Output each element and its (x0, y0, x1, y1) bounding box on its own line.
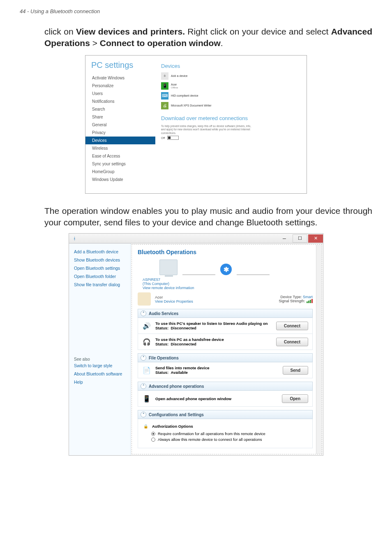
device-type-label: Device Type: (281, 295, 302, 299)
device-type-value: Smart (303, 295, 313, 299)
maximize-button[interactable]: ☐ (293, 234, 307, 243)
status-label: Status: (155, 370, 168, 375)
computer-name: ASPIRE57 (143, 278, 313, 282)
file-send-row: 📄 Send files into remote device Status: … (138, 362, 313, 378)
text: Right click on your device and select (185, 27, 331, 36)
printer-icon: 🖨 (161, 102, 168, 109)
device-name: HID-compliant device (171, 94, 198, 97)
bt-main-panel: Bluetooth Operations ✱ ASPIRE57 (This Co… (131, 244, 322, 454)
section-title: Configurations and Settings (149, 412, 204, 417)
nav-devices[interactable]: Devices (85, 137, 155, 144)
device-status: Offline (171, 86, 178, 89)
nav-share[interactable]: Share (91, 113, 155, 121)
status-value: Disconnected (171, 326, 196, 330)
radio-label: Require confirmation for all operations … (158, 431, 265, 436)
text: > (90, 38, 100, 48)
instruction-paragraph-1: click on View devices and printers. Righ… (0, 26, 392, 49)
connection-diagram: ✱ (138, 259, 313, 275)
file-send-icon: 📄 (142, 366, 151, 375)
plus-icon: + (161, 72, 168, 80)
nav-users[interactable]: Users (91, 90, 155, 97)
side-about[interactable]: About Bluetooth software (74, 370, 125, 378)
side-open-settings[interactable]: Open Bluetooth settings (74, 264, 125, 272)
add-device-row[interactable]: + Add a device (161, 72, 301, 80)
side-add-device[interactable]: Add a Bluetooth device (74, 248, 125, 256)
radio-icon (151, 438, 155, 442)
chevron-up-icon: ˄ (141, 383, 146, 389)
window-titlebar: ᚼ ─ ☐ ✕ (69, 233, 323, 243)
view-properties-link[interactable]: View Device Properties (155, 299, 274, 303)
section-title: Advanced phone operations (149, 384, 204, 389)
remote-device-icon (138, 292, 151, 306)
speaker-icon: 🔊 (142, 321, 151, 330)
nav-general[interactable]: General (91, 121, 155, 129)
minimize-button[interactable]: ─ (277, 234, 292, 243)
device-hid[interactable]: ⌨ HID-compliant device (161, 92, 301, 100)
device-xps[interactable]: 🖨 Microsoft XPS Document Writer (161, 102, 301, 109)
nav-personalize[interactable]: Personalize (91, 82, 155, 90)
status-value: Available (171, 370, 187, 375)
pc-settings-title: PC settings (91, 60, 155, 70)
section-phone-operations[interactable]: ˄ Advanced phone operations (138, 382, 313, 391)
nav-activate-windows[interactable]: Activate Windows (91, 74, 155, 82)
side-help[interactable]: Help (74, 378, 125, 386)
audio-service-handsfree: 🎧 To use this PC as a handsfree device S… (138, 334, 313, 350)
pc-settings-screenshot: PC settings Activate Windows Personalize… (85, 55, 307, 194)
pc-settings-main: Devices + Add a device 📱 Acer Offline ⌨ … (155, 56, 307, 193)
auth-option-require[interactable]: Require confirmation for all operations … (151, 431, 308, 436)
device-acer[interactable]: 📱 Acer Offline (161, 82, 301, 90)
nav-homegroup[interactable]: HomeGroup (91, 168, 155, 176)
side-open-folder[interactable]: Open Bluetooth folder (74, 272, 125, 280)
chevron-up-icon: ˄ (141, 310, 146, 316)
section-config-settings[interactable]: ˄ Configurations and Settings (138, 410, 313, 419)
status-label: Status: (155, 326, 168, 330)
nav-privacy[interactable]: Privacy (91, 129, 155, 137)
bold-view-devices: View devices and printers. (76, 27, 185, 36)
config-body: 🔒 Authorization Options Require confirma… (138, 419, 313, 448)
view-remote-link[interactable]: View remote device information (143, 286, 313, 290)
auth-option-always[interactable]: Always allow this remote device to conne… (151, 437, 308, 442)
side-file-transfer[interactable]: Show file transfer dialog (74, 280, 125, 289)
metered-description: To help prevent extra charges, keep this… (161, 125, 256, 135)
status-label: Status: (155, 342, 168, 346)
bt-sidebar: Add a Bluetooth device Show Bluetooth de… (69, 243, 131, 455)
nav-search[interactable]: Search (91, 105, 155, 113)
send-button[interactable]: Send (283, 366, 308, 375)
audio-service-stereo: 🔊 To use this PC's speaker to listen to … (138, 318, 313, 334)
open-button[interactable]: Open (282, 394, 308, 403)
radio-label: Always allow this remote device to conne… (158, 437, 262, 442)
keyboard-icon: ⌨ (161, 92, 168, 100)
add-device-label: Add a device (171, 74, 187, 78)
metered-toggle[interactable] (167, 136, 179, 140)
section-audio-services[interactable]: ˄ Audio Services (138, 309, 313, 318)
section-file-operations[interactable]: ˄ File Operations (138, 353, 313, 362)
headset-icon: 🎧 (142, 337, 151, 346)
signal-label: Signal Strength: (279, 299, 305, 303)
nav-wireless[interactable]: Wireless (91, 144, 155, 152)
instruction-paragraph-2: The operation window enables you to play… (0, 205, 392, 229)
remote-device-row: Acer View Device Properties Device Type:… (138, 292, 313, 306)
metered-toggle-row: Off (161, 136, 301, 140)
toggle-label: Off (161, 137, 165, 139)
connect-button[interactable]: Connect (276, 322, 308, 330)
service-description: To use this PC as a handsfree device (155, 337, 272, 342)
nav-sync-settings[interactable]: Sync your settings (91, 160, 155, 168)
scrollbar[interactable] (316, 245, 322, 454)
bt-operations-title: Bluetooth Operations (138, 249, 313, 255)
devices-heading: Devices (161, 63, 301, 69)
remote-device-name: Acer (155, 295, 274, 299)
nav-notifications[interactable]: Notifications (91, 97, 155, 105)
side-show-devices[interactable]: Show Bluetooth devices (74, 256, 125, 264)
bluetooth-logo-icon: ✱ (220, 264, 232, 275)
page-header: 44 - Using a Bluetooth connection (0, 8, 392, 26)
nav-ease-of-access[interactable]: Ease of Access (91, 152, 155, 160)
side-large-style[interactable]: Switch to large style (74, 361, 125, 370)
text: . (221, 38, 223, 48)
phone-icon: 📱 (161, 82, 168, 90)
connect-button[interactable]: Connect (276, 338, 308, 346)
close-button[interactable]: ✕ (308, 234, 323, 243)
device-name: Microsoft XPS Document Writer (171, 104, 212, 107)
nav-windows-update[interactable]: Windows Update (91, 176, 155, 183)
auth-options-heading: Authorization Options (152, 424, 193, 429)
section-title: File Operations (149, 356, 179, 360)
